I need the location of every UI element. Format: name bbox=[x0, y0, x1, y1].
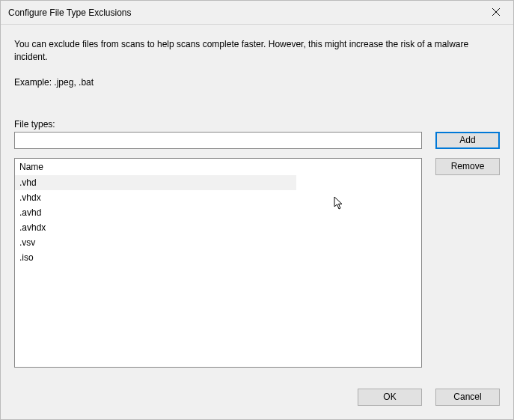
close-button[interactable] bbox=[479, 1, 513, 24]
remove-button[interactable]: Remove bbox=[435, 158, 500, 175]
dialog-window: Configure File Type Exclusions You can e… bbox=[0, 0, 514, 420]
footer: OK Cancel bbox=[1, 381, 513, 419]
file-type-input[interactable] bbox=[14, 132, 422, 149]
list-item[interactable]: .avhd bbox=[15, 205, 296, 220]
list-header-name: Name bbox=[15, 159, 421, 175]
side-column: Remove bbox=[435, 158, 500, 374]
file-types-listbox[interactable]: Name .vhd.vhdx.avhd.avhdx.vsv.iso bbox=[14, 158, 422, 368]
file-types-label: File types: bbox=[14, 119, 500, 130]
list-row: Name .vhd.vhdx.avhd.avhdx.vsv.iso Remove bbox=[14, 158, 500, 374]
list-item[interactable]: .vhd bbox=[15, 175, 296, 190]
list-items-container: .vhd.vhdx.avhd.avhdx.vsv.iso bbox=[15, 175, 421, 265]
input-row: Add bbox=[14, 132, 500, 149]
close-icon bbox=[492, 7, 500, 18]
list-item[interactable]: .vsv bbox=[15, 235, 296, 250]
cancel-button[interactable]: Cancel bbox=[435, 389, 500, 406]
example-text: Example: .jpeg, .bat bbox=[14, 77, 500, 88]
description-text: You can exclude files from scans to help… bbox=[14, 38, 486, 64]
titlebar: Configure File Type Exclusions bbox=[1, 1, 513, 25]
content-area: You can exclude files from scans to help… bbox=[1, 25, 513, 381]
add-button[interactable]: Add bbox=[435, 132, 500, 149]
list-item[interactable]: .avhdx bbox=[15, 220, 296, 235]
list-item[interactable]: .iso bbox=[15, 250, 296, 265]
ok-button[interactable]: OK bbox=[358, 389, 422, 406]
list-item[interactable]: .vhdx bbox=[15, 190, 296, 205]
window-title: Configure File Type Exclusions bbox=[8, 7, 132, 18]
